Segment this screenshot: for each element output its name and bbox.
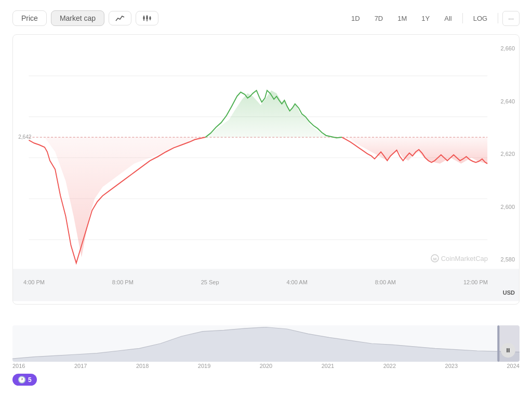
svg-rect-20 [507, 348, 508, 352]
navigator-bg [13, 269, 519, 301]
main-chart: 2,642 2,660 2,640 2,620 2,600 2,580 [12, 34, 520, 305]
svg-marker-17 [12, 327, 520, 362]
svg-rect-3 [147, 16, 148, 19]
history-badge[interactable]: 🕐 5 [12, 374, 37, 386]
mini-x-2017: 2017 [74, 363, 87, 369]
period-7d[interactable]: 7D [368, 11, 390, 25]
mini-x-2020: 2020 [260, 363, 272, 369]
svg-rect-21 [509, 348, 510, 352]
pause-icon [506, 348, 511, 353]
chart-type-line-button[interactable] [109, 11, 131, 25]
mini-chart-svg [12, 325, 520, 362]
mini-x-2021: 2021 [322, 363, 334, 369]
toolbar-separator [462, 13, 463, 23]
svg-rect-1 [143, 17, 145, 19]
mini-x-2022: 2022 [383, 363, 396, 369]
toolbar-left: Price Market cap [12, 10, 158, 26]
tab-marketcap[interactable]: Market cap [51, 10, 104, 26]
chart-type-candle-button[interactable] [136, 11, 158, 25]
svg-rect-5 [150, 17, 151, 19]
clock-icon: 🕐 [18, 376, 26, 384]
svg-marker-12 [45, 137, 203, 257]
svg-marker-14 [345, 137, 487, 164]
period-1m[interactable]: 1M [391, 11, 413, 25]
more-button[interactable]: ··· [502, 11, 520, 26]
log-button[interactable]: LOG [467, 11, 494, 25]
badge-value: 5 [28, 376, 32, 384]
chart-toolbar: Price Market cap 1D 7D 1M [12, 10, 520, 26]
watermark: M CoinMarketCap [431, 254, 488, 262]
mini-x-2019: 2019 [198, 363, 210, 369]
toolbar-separator2 [498, 13, 498, 23]
period-1d[interactable]: 1D [345, 11, 366, 25]
svg-text:M: M [433, 257, 436, 261]
svg-rect-19 [497, 325, 499, 362]
mini-chart[interactable] [12, 325, 520, 362]
mini-x-labels: 2016 2017 2018 2019 2020 2021 2022 2023 … [12, 362, 520, 369]
pause-button[interactable] [501, 343, 515, 358]
mini-x-2018: 2018 [136, 363, 149, 369]
bottom-section: 🕐 5 2016 2017 [12, 325, 520, 369]
mini-x-2016: 2016 [12, 363, 25, 369]
usd-label: USD [503, 289, 515, 296]
chart-svg: 2,642 [13, 35, 519, 304]
mini-x-2023: 2023 [445, 363, 458, 369]
mini-x-2024: 2024 [507, 363, 520, 369]
period-1y[interactable]: 1Y [415, 11, 436, 25]
period-all[interactable]: All [438, 11, 458, 25]
coinmarketcap-logo: M [431, 254, 439, 262]
svg-text:2,642: 2,642 [18, 134, 31, 140]
tab-price[interactable]: Price [12, 10, 47, 26]
toolbar-right: 1D 7D 1M 1Y All LOG ··· [345, 11, 520, 26]
watermark-text: CoinMarketCap [441, 255, 488, 262]
